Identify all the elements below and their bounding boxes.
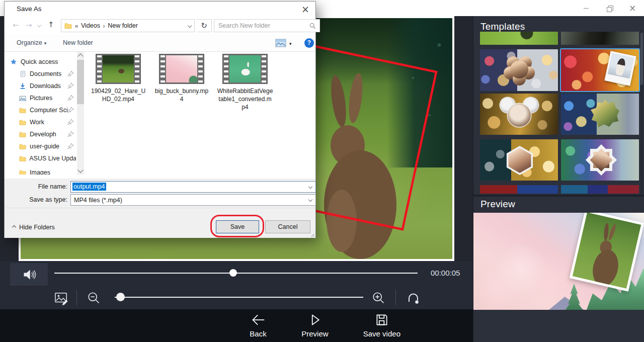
zoom-slider-track[interactable]	[115, 297, 363, 298]
preview-button[interactable]: Preview	[301, 313, 328, 338]
sidebar-label: Developh	[30, 131, 56, 138]
sidebar-item-documents[interactable]: Documents	[5, 68, 76, 80]
search-box[interactable]	[214, 19, 320, 32]
panel-divider	[473, 195, 644, 197]
scroll-down-icon[interactable]	[77, 167, 83, 173]
templates-scrollbar[interactable]	[640, 31, 643, 195]
image-edit-icon	[53, 291, 69, 305]
separator	[395, 290, 396, 305]
scroll-up-icon[interactable]	[77, 53, 83, 59]
nav-forward-button[interactable]: →	[26, 21, 32, 30]
dialog-titlebar[interactable]: Save As ×	[5, 2, 315, 17]
edit-image-button[interactable]	[52, 290, 71, 307]
sidebar-item-developh[interactable]: Developh	[5, 128, 76, 140]
template-star-cutout[interactable]	[561, 139, 639, 181]
minimize-icon	[584, 8, 589, 9]
file-name: WhiteRabbitEatVegetable1_converted.mp4	[217, 87, 273, 112]
template-mickey-ears-cutout[interactable]	[480, 94, 558, 135]
chevron-down-icon[interactable]	[308, 185, 312, 189]
address-dropdown-icon[interactable]	[188, 24, 192, 28]
organize-menu[interactable]: Organize▾	[17, 39, 46, 46]
cancel-button[interactable]: Cancel	[265, 220, 310, 233]
hide-folders-button[interactable]: Hide Folders	[13, 224, 55, 231]
scrollbar-thumb[interactable]	[640, 33, 643, 85]
sidebar-label: user-guide	[30, 143, 59, 150]
templates-panel: Templates	[473, 16, 644, 342]
pin-icon	[67, 95, 74, 103]
template-polaroid-selected[interactable]	[561, 49, 639, 91]
restore-button[interactable]	[598, 0, 621, 16]
template-hexagon-cutout[interactable]	[480, 139, 558, 181]
pin-icon	[67, 143, 74, 151]
play-icon	[307, 313, 323, 327]
sidebar-item-user-guide[interactable]: user-guide	[5, 140, 76, 152]
sidebar-scrollbar[interactable]	[77, 52, 84, 175]
folder-icon	[19, 143, 27, 150]
file-item-white-rabbit[interactable]: WhiteRabbitEatVegetable1_converted.mp4	[216, 54, 274, 112]
sidebar-item-computer-sci[interactable]: Computer Sci	[5, 104, 76, 116]
zoom-out-button[interactable]	[87, 291, 102, 306]
polaroid-shape	[604, 51, 636, 86]
dialog-toolbar: Organize▾ New folder ▾ ?	[5, 35, 315, 52]
zoom-slider-thumb[interactable]	[116, 293, 125, 301]
save-icon	[374, 313, 389, 327]
folder-icon	[19, 169, 27, 175]
volume-button[interactable]	[10, 263, 48, 286]
scrollbar-thumb[interactable]	[77, 60, 84, 104]
headphones-icon	[405, 290, 422, 307]
template-dark[interactable]	[561, 32, 639, 45]
template-blue-red[interactable]	[561, 185, 639, 194]
speaker-icon	[22, 268, 36, 282]
nav-back-button[interactable]: ←	[13, 21, 19, 30]
template-red-blue[interactable]	[480, 185, 558, 194]
close-button[interactable]: ×	[621, 0, 644, 16]
sidebar-item-asus-live-update[interactable]: ASUS Live Updat	[5, 152, 76, 164]
hexagon-shape	[505, 146, 534, 175]
file-item-big-buck-bunny[interactable]: big_buck_bunny.mp4	[152, 54, 211, 112]
nav-recent-dropdown[interactable]	[37, 23, 41, 27]
file-item-hare[interactable]: 190429_02_Hare_UHD_02.mp4	[89, 54, 147, 112]
chevron-down-icon[interactable]	[308, 198, 312, 202]
view-options-caret-icon[interactable]: ▾	[289, 41, 292, 46]
save-as-dialog: Save As × ← → ↑ « Videos › New folder ↻	[4, 1, 316, 238]
save-type-select[interactable]: MP4 files (*.mp4)	[70, 194, 316, 206]
template-gear-cutout[interactable]	[561, 94, 639, 135]
pin-icon	[67, 119, 74, 127]
refresh-button[interactable]: ↻	[197, 19, 212, 32]
sidebar-item-images[interactable]: Images	[5, 166, 76, 175]
view-options-icon[interactable]	[275, 39, 286, 47]
sidebar-item-downloads[interactable]: Downloads	[5, 80, 76, 92]
sidebar-label: ASUS Live Updat	[29, 155, 76, 162]
zoom-out-icon	[87, 291, 102, 306]
audio-button[interactable]	[405, 290, 422, 307]
breadcrumb-segment-videos[interactable]: Videos	[81, 22, 100, 29]
dialog-close-button[interactable]: ×	[299, 3, 311, 15]
chevron-up-icon	[12, 225, 16, 229]
file-name-input[interactable]: output.mp4	[70, 181, 316, 193]
save-video-button[interactable]: Save video	[363, 313, 400, 338]
breadcrumb-collapse[interactable]: «	[74, 22, 78, 30]
sidebar-item-quick-access[interactable]: Quick access	[5, 56, 76, 68]
save-button[interactable]: Save	[216, 220, 259, 233]
template-grass[interactable]	[480, 32, 558, 45]
sidebar-item-pictures[interactable]: Pictures	[5, 92, 76, 104]
zoom-in-button[interactable]	[371, 291, 386, 306]
preview-thumbnail[interactable]	[473, 213, 644, 310]
sidebar-label: Images	[30, 169, 50, 175]
new-folder-button[interactable]: New folder	[63, 39, 93, 46]
breadcrumb-segment-new-folder[interactable]: New folder	[108, 22, 138, 29]
sidebar-item-work[interactable]: Work	[5, 116, 76, 128]
template-flower-cutout[interactable]	[480, 49, 558, 91]
app-window: × Templates	[0, 0, 644, 342]
address-bar[interactable]: « Videos › New folder	[61, 19, 195, 32]
minimize-button[interactable]	[575, 0, 598, 16]
seek-slider-thumb[interactable]	[229, 269, 237, 277]
film-thumbnail	[159, 54, 204, 84]
nav-up-button[interactable]: ↑	[48, 20, 54, 29]
help-button[interactable]: ?	[304, 38, 314, 48]
save-type-value: MP4 files (*.mp4)	[74, 197, 122, 204]
back-button[interactable]: Back	[250, 313, 267, 338]
search-input[interactable]	[218, 20, 304, 31]
playback-time: 00:00:05	[431, 269, 460, 277]
bottom-action-bar: Back Preview Save video	[0, 309, 473, 342]
